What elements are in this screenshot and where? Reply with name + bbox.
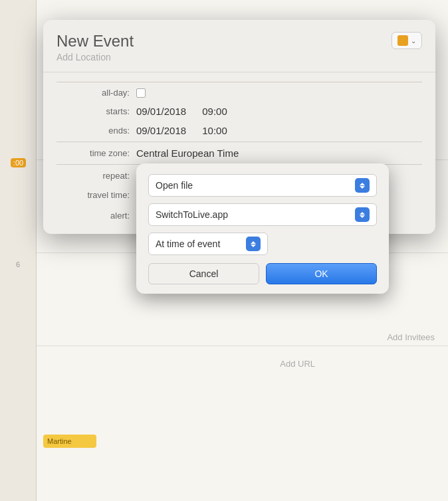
arrow-up-icon <box>360 183 365 185</box>
add-invitees-row: Add Invitees <box>387 332 435 342</box>
color-picker-button[interactable]: ⌄ <box>392 32 422 49</box>
arrow-down-icon <box>360 186 365 189</box>
timing-select-arrows <box>246 237 261 251</box>
all-day-row: all-day: <box>56 84 422 102</box>
divider-mid1 <box>56 142 422 142</box>
repeat-label: repeat: <box>56 171 136 181</box>
event-text: Martine <box>47 437 72 445</box>
calendar-event-block[interactable]: Martine <box>43 435 96 448</box>
timing-select[interactable]: At time of event <box>148 233 268 255</box>
ends-date[interactable]: 09/01/2018 10:00 <box>136 125 227 136</box>
dialog-header: New Event Add Location ⌄ <box>43 20 435 72</box>
action-select-arrows <box>355 178 370 193</box>
action-select-label: Open file <box>156 180 193 191</box>
alert-popup: Open file SwitchToLive.app <box>136 163 389 294</box>
event-dialog: New Event Add Location ⌄ all-day: starts… <box>43 20 435 234</box>
travel-label: travel time: <box>56 190 136 200</box>
file-select-arrows <box>355 207 370 222</box>
arrow-down-icon3 <box>251 245 256 247</box>
popup-buttons: Cancel OK <box>148 263 377 284</box>
action-selector-row: Open file <box>148 174 377 197</box>
add-url-row: Add URL <box>280 359 315 369</box>
all-day-checkbox[interactable] <box>136 88 146 98</box>
dialog-title: New Event <box>56 32 134 50</box>
ends-label: ends: <box>56 126 136 136</box>
divider-top <box>56 82 422 82</box>
arrow-down-icon2 <box>360 215 365 218</box>
ends-row: ends: 09/01/2018 10:00 <box>56 121 422 140</box>
file-select[interactable]: SwitchToLive.app <box>148 203 377 226</box>
arrow-up-icon2 <box>360 212 365 215</box>
starts-label: starts: <box>56 106 136 116</box>
all-day-label: all-day: <box>56 88 136 98</box>
hour-6-label: 6 <box>16 260 20 268</box>
active-time-label: :00 <box>11 158 26 167</box>
timezone-row: time zone: Central European Time <box>56 144 422 163</box>
action-select[interactable]: Open file <box>148 174 377 197</box>
timezone-label: time zone: <box>56 148 136 158</box>
dialog-title-area: New Event Add Location <box>56 32 134 62</box>
timezone-value[interactable]: Central European Time <box>136 148 239 159</box>
dialog-body: all-day: starts: 09/01/2018 09:00 ends: … <box>43 72 435 234</box>
file-selector-row: SwitchToLive.app <box>148 203 377 226</box>
arrow-up-icon3 <box>251 241 256 244</box>
starts-date[interactable]: 09/01/2018 09:00 <box>136 106 227 117</box>
starts-row: starts: 09/01/2018 09:00 <box>56 102 422 121</box>
color-swatch <box>397 35 408 46</box>
timing-select-label: At time of event <box>156 239 220 249</box>
timing-selector-row: At time of event <box>148 233 377 255</box>
calendar-sidebar: 9 6 <box>0 0 37 501</box>
alert-label: alert: <box>56 211 136 221</box>
chevron-down-icon: ⌄ <box>411 37 416 45</box>
file-select-label: SwitchToLive.app <box>156 209 228 220</box>
ok-button[interactable]: OK <box>266 263 377 284</box>
cancel-button[interactable]: Cancel <box>148 263 259 284</box>
dialog-subtitle: Add Location <box>56 52 134 62</box>
